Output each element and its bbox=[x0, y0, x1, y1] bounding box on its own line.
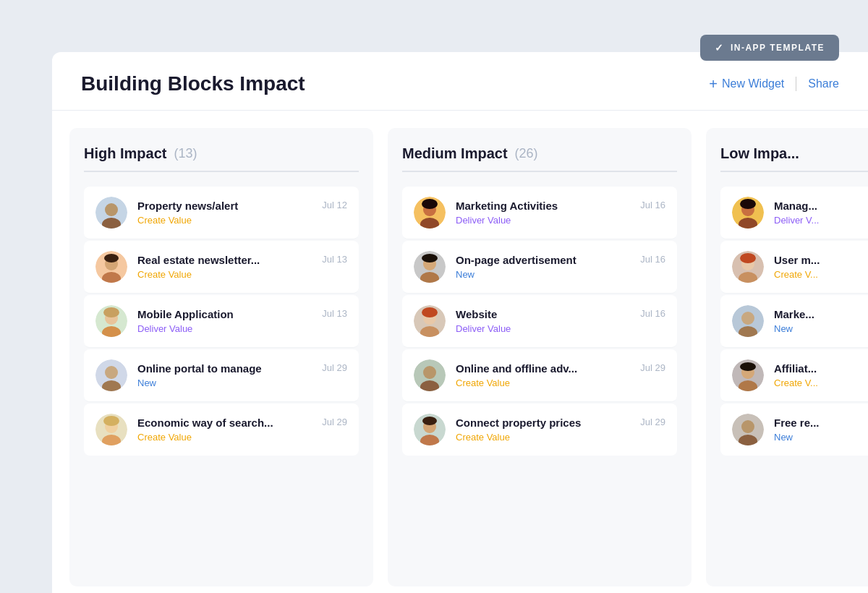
avatar bbox=[414, 359, 446, 391]
card-name: Affiliat... bbox=[774, 362, 817, 375]
card-tag: Create Value bbox=[456, 377, 665, 388]
card-top: WebsiteJul 16 bbox=[456, 308, 665, 323]
card-name: Real estate newsletter... bbox=[137, 254, 260, 266]
avatar bbox=[732, 197, 764, 229]
svg-point-6 bbox=[104, 254, 119, 263]
svg-point-40 bbox=[740, 199, 756, 209]
card-date: Jul 13 bbox=[322, 254, 347, 265]
card-tag: Create V... bbox=[774, 269, 868, 280]
column-title-medium: Medium Impact bbox=[402, 145, 508, 162]
columns-area: High Impact(13) Property news/alertJul 1… bbox=[52, 111, 868, 586]
page-header: Building Blocks Impact + New Widget Shar… bbox=[52, 52, 868, 111]
list-item[interactable]: Affiliat...Create V... bbox=[720, 349, 868, 402]
list-item[interactable]: Connect property pricesJul 29Create Valu… bbox=[402, 404, 677, 456]
avatar bbox=[95, 251, 127, 283]
card-top: Affiliat... bbox=[774, 362, 868, 377]
column-title-low: Low Impa... bbox=[720, 145, 799, 162]
card-date: Jul 29 bbox=[640, 417, 665, 427]
list-item[interactable]: Economic way of search...Jul 29Create Va… bbox=[84, 404, 359, 456]
list-item[interactable]: WebsiteJul 16Deliver Value bbox=[402, 295, 677, 348]
list-item[interactable]: Manag...Deliver V... bbox=[720, 187, 868, 239]
new-widget-button[interactable]: + New Widget bbox=[709, 76, 784, 93]
list-item[interactable]: User m...Create V... bbox=[720, 241, 868, 294]
card-top: Real estate newsletter...Jul 13 bbox=[137, 254, 347, 269]
avatar bbox=[732, 251, 764, 283]
avatar bbox=[95, 197, 127, 229]
list-item[interactable]: Marketing ActivitiesJul 16Deliver Value bbox=[402, 187, 677, 239]
card-name: On-page advertisement bbox=[456, 254, 576, 266]
card-date: Jul 29 bbox=[322, 417, 347, 427]
svg-point-51 bbox=[740, 362, 756, 371]
check-icon: ✓ bbox=[715, 42, 725, 54]
card-date: Jul 29 bbox=[640, 362, 665, 373]
card-tag: New bbox=[774, 323, 868, 334]
list-item[interactable]: Marke...New bbox=[720, 295, 868, 348]
card-tag: Deliver Value bbox=[456, 215, 665, 226]
card-body: Property news/alertJul 12Create Value bbox=[137, 200, 347, 226]
svg-point-31 bbox=[423, 366, 436, 379]
card-tag: New bbox=[774, 432, 868, 443]
card-top: User m... bbox=[774, 254, 868, 269]
card-name: Mobile Application bbox=[137, 308, 234, 320]
avatar bbox=[732, 305, 764, 337]
card-top: Manag... bbox=[774, 200, 868, 215]
avatar bbox=[414, 251, 446, 283]
card-top: Online portal to manageJul 29 bbox=[137, 362, 347, 377]
card-top: Online and offline adv...Jul 29 bbox=[456, 362, 665, 377]
svg-point-29 bbox=[422, 307, 438, 317]
list-item[interactable]: Online portal to manageJul 29New bbox=[84, 349, 359, 402]
column-header-medium: Medium Impact(26) bbox=[402, 145, 677, 172]
column-high: High Impact(13) Property news/alertJul 1… bbox=[69, 128, 373, 586]
header-divider bbox=[796, 77, 796, 91]
card-tag: Create V... bbox=[774, 377, 868, 388]
card-body: Manag...Deliver V... bbox=[774, 200, 868, 226]
svg-point-17 bbox=[103, 416, 119, 426]
list-item[interactable]: Property news/alertJul 12Create Value bbox=[84, 187, 359, 239]
card-name: Economic way of search... bbox=[137, 417, 273, 429]
column-medium: Medium Impact(26) Marketing ActivitiesJu… bbox=[388, 128, 692, 586]
card-body: Connect property pricesJul 29Create Valu… bbox=[456, 417, 665, 443]
template-badge: ✓ IN-APP TEMPLATE bbox=[700, 35, 839, 61]
card-body: On-page advertisementJul 16New bbox=[456, 254, 665, 280]
card-top: Connect property pricesJul 29 bbox=[456, 417, 665, 432]
column-count-high: (13) bbox=[174, 146, 197, 161]
header-actions: + New Widget Share bbox=[709, 76, 839, 93]
svg-point-25 bbox=[422, 254, 438, 263]
card-body: Mobile ApplicationJul 13Deliver Value bbox=[137, 308, 347, 334]
card-tag: Create Value bbox=[456, 432, 665, 443]
new-widget-label: New Widget bbox=[722, 77, 784, 90]
avatar bbox=[95, 359, 127, 391]
card-name: Marke... bbox=[774, 308, 814, 320]
card-body: Real estate newsletter...Jul 13Create Va… bbox=[137, 254, 347, 280]
svg-point-36 bbox=[422, 417, 437, 425]
card-date: Jul 16 bbox=[640, 254, 665, 265]
card-body: Online and offline adv...Jul 29Create Va… bbox=[456, 362, 665, 388]
list-item[interactable]: Real estate newsletter...Jul 13Create Va… bbox=[84, 241, 359, 294]
svg-point-21 bbox=[422, 199, 438, 209]
card-tag: Create Value bbox=[137, 215, 347, 226]
svg-point-12 bbox=[105, 366, 118, 379]
share-button[interactable]: Share bbox=[808, 77, 839, 90]
list-item[interactable]: Mobile ApplicationJul 13Deliver Value bbox=[84, 295, 359, 348]
card-body: Marketing ActivitiesJul 16Deliver Value bbox=[456, 200, 665, 226]
card-tag: Create Value bbox=[137, 269, 347, 280]
svg-point-46 bbox=[741, 312, 754, 325]
avatar bbox=[732, 359, 764, 391]
card-top: Mobile ApplicationJul 13 bbox=[137, 308, 347, 323]
card-name: Marketing Activities bbox=[456, 200, 558, 212]
column-header-low: Low Impa... bbox=[720, 145, 868, 172]
list-item[interactable]: Free re...New bbox=[720, 404, 868, 456]
column-low: Low Impa... Manag...Deliver V... User m.… bbox=[706, 128, 868, 586]
svg-point-44 bbox=[740, 253, 756, 263]
main-container: Building Blocks Impact + New Widget Shar… bbox=[52, 52, 868, 593]
svg-point-1 bbox=[105, 203, 118, 216]
card-name: Free re... bbox=[774, 417, 820, 429]
card-top: On-page advertisementJul 16 bbox=[456, 254, 665, 269]
card-date: Jul 16 bbox=[640, 308, 665, 319]
card-name: User m... bbox=[774, 254, 820, 266]
card-top: Marke... bbox=[774, 308, 868, 323]
list-item[interactable]: Online and offline adv...Jul 29Create Va… bbox=[402, 349, 677, 402]
card-body: User m...Create V... bbox=[774, 254, 868, 280]
card-top: Free re... bbox=[774, 417, 868, 432]
list-item[interactable]: On-page advertisementJul 16New bbox=[402, 241, 677, 294]
